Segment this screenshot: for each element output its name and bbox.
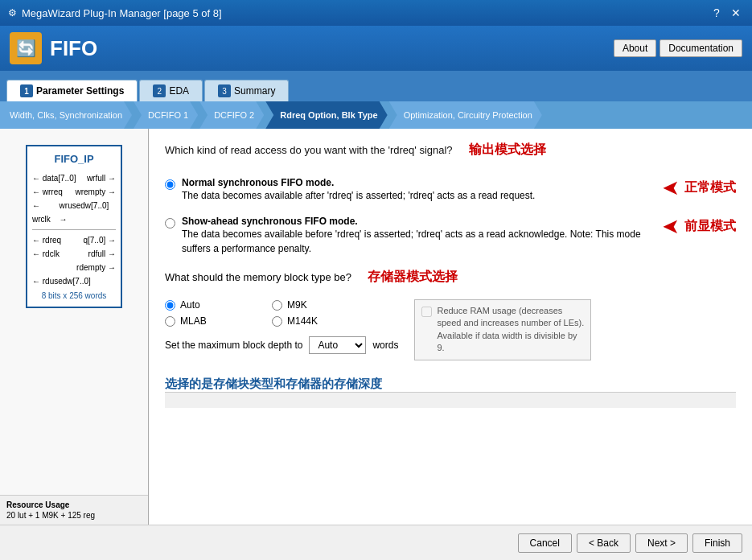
fifo-title: FIFO_IP	[32, 153, 116, 165]
memory-question: What should the memory block type be?	[165, 271, 351, 283]
bits-text: 8 bits x 256 words	[32, 291, 116, 300]
memory-auto: Auto	[165, 299, 267, 311]
depth-select[interactable]: Auto 32 64 128 256	[309, 336, 366, 354]
next-button[interactable]: Next >	[635, 533, 688, 553]
tab-num-2: 2	[153, 84, 166, 97]
step-dcfifo1[interactable]: DCFIFO 1	[134, 101, 198, 129]
port-q: q[7..0] →	[83, 233, 116, 247]
title-bar: ⚙ MegaWizard Plug-In Manager [page 5 of …	[0, 0, 752, 26]
port-wrusedw: wrusedw[7..0] →	[60, 199, 116, 226]
annotation-1: 正常模式	[684, 179, 736, 196]
annotation-2: 前显模式	[684, 218, 736, 235]
checkbox-reduce-ram-input[interactable]	[421, 307, 432, 317]
main-area: FIFO_IP ← data[7..0] wrfull → ← wrreq wr…	[0, 129, 752, 525]
label-auto: Auto	[180, 299, 200, 311]
right-panel-inner: Which kind of read access do you want wi…	[165, 142, 736, 392]
port-wrreq: ← wrreq	[32, 185, 63, 199]
step-dcfifo2[interactable]: DCFIFO 2	[199, 101, 264, 129]
title-bar-title: MegaWizard Plug-In Manager [page 5 of 8]	[22, 7, 222, 19]
port-rdempty: rdempty →	[76, 261, 116, 274]
option1-desc: The data becomes available after 'rdreq'…	[182, 188, 535, 203]
header-buttons: About Documentation	[614, 39, 742, 57]
resource-label: Resource Usage	[6, 500, 142, 509]
port-wrempty: wrempty →	[75, 185, 116, 199]
left-panel: FIFO_IP ← data[7..0] wrfull → ← wrreq wr…	[0, 129, 149, 525]
radio-m144k[interactable]	[272, 316, 282, 327]
header-area: 🔄 FIFO About Documentation	[0, 26, 752, 71]
step-optimization[interactable]: Optimization, Circuitry Protection	[389, 101, 542, 129]
arrow-icon-2: ➤	[662, 216, 680, 237]
memory-mlab: MLAB	[165, 315, 267, 327]
footer: Cancel < Back Next > Finish	[0, 525, 752, 560]
tab-eda[interactable]: 2 EDA	[139, 80, 203, 101]
annotation-memory: 存储器模式选择	[368, 269, 458, 286]
right-panel: Which kind of read access do you want wi…	[149, 129, 752, 525]
memory-options: Auto M9K MLAB M144K	[165, 299, 374, 327]
resource-usage: Resource Usage 20 lut + 1 M9K + 125 reg	[0, 495, 148, 525]
label-m9k: M9K	[287, 299, 307, 311]
radio-auto[interactable]	[165, 300, 175, 311]
tabs-row: 1 Parameter Settings 2 EDA 3 Summary	[0, 71, 752, 101]
step-rdreq[interactable]: Rdreq Option, Blk Type	[265, 101, 387, 129]
finish-button[interactable]: Finish	[692, 533, 742, 553]
tab-parameter-settings[interactable]: 1 Parameter Settings	[6, 80, 138, 101]
memory-m9k: M9K	[272, 299, 374, 311]
label-m144k: M144K	[287, 315, 318, 327]
port-rdclk: ← rdclk	[32, 247, 60, 261]
rdreq-question: Which kind of read access do you want wi…	[165, 144, 453, 156]
tab-num-1: 1	[20, 84, 33, 97]
title-bar-left: ⚙ MegaWizard Plug-In Manager [page 5 of …	[8, 7, 222, 19]
tab-num-3: 3	[218, 84, 231, 97]
header-logo: 🔄 FIFO	[10, 32, 97, 64]
resource-value: 20 lut + 1 M9K + 125 reg	[6, 511, 142, 520]
port-data: ← data[7..0]	[32, 171, 76, 185]
option1-label: Normal synchronous FIFO mode. The data b…	[182, 177, 535, 203]
label-mlab: MLAB	[180, 315, 207, 327]
back-button[interactable]: < Back	[577, 533, 631, 553]
memory-m144k: M144K	[272, 315, 374, 327]
option2-desc: The data becomes available before 'rdreq…	[182, 227, 654, 256]
port-wrclk: ← wrclk	[32, 199, 60, 226]
option1-title: Normal synchronous FIFO mode.	[182, 177, 535, 188]
arrow-icon-1: ➤	[662, 177, 680, 198]
title-bar-icon: ⚙	[8, 7, 17, 19]
documentation-button[interactable]: Documentation	[660, 39, 742, 57]
tab-label-3: Summary	[234, 85, 275, 97]
step-width-clks[interactable]: Width, Clks, Synchronization	[0, 101, 132, 129]
cancel-button[interactable]: Cancel	[518, 533, 572, 553]
annotation-top: 输出模式选择	[469, 142, 546, 159]
logo-icon: 🔄	[10, 32, 42, 64]
about-button[interactable]: About	[614, 39, 656, 57]
scrollbar-area	[165, 392, 736, 408]
tab-label-1: Parameter Settings	[36, 85, 124, 97]
depth-suffix: words	[372, 340, 398, 351]
logo-text: FIFO	[50, 36, 97, 61]
radio-option1[interactable]	[165, 179, 175, 190]
option2-title: Show-ahead synchronous FIFO mode.	[182, 216, 654, 227]
depth-row: Set the maximum block depth to Auto 32 6…	[165, 336, 398, 354]
checkbox-reduce-ram: Reduce RAM usage (decreases speed and in…	[414, 299, 591, 360]
port-rdfull: rdfull →	[88, 247, 116, 261]
checkbox-reduce-ram-label: Reduce RAM usage (decreases speed and in…	[437, 305, 584, 355]
close-button[interactable]: ✕	[728, 5, 744, 21]
port-wrfull: wrfull →	[87, 171, 116, 185]
fifo-box: FIFO_IP ← data[7..0] wrfull → ← wrreq wr…	[26, 145, 122, 308]
title-bar-controls: ? ✕	[709, 5, 744, 21]
radio-m9k[interactable]	[272, 300, 282, 311]
tab-label-2: EDA	[169, 85, 189, 97]
port-rdreq: ← rdreq	[32, 233, 61, 247]
help-button[interactable]: ?	[709, 5, 725, 21]
radio-mlab[interactable]	[165, 316, 175, 327]
depth-label: Set the maximum block depth to	[165, 340, 302, 351]
option2-label: Show-ahead synchronous FIFO mode. The da…	[182, 216, 654, 256]
tab-summary[interactable]: 3 Summary	[204, 80, 289, 101]
fifo-diagram: FIFO_IP ← data[7..0] wrfull → ← wrreq wr…	[0, 129, 148, 495]
bottom-annotation: 选择的是存储块类型和存储器的存储深度	[165, 377, 736, 392]
steps-row: Width, Clks, Synchronization DCFIFO 1 DC…	[0, 101, 752, 129]
port-rdusedw-label: ← rdusedw[7..0]	[32, 274, 91, 288]
radio-option2[interactable]	[165, 218, 175, 229]
